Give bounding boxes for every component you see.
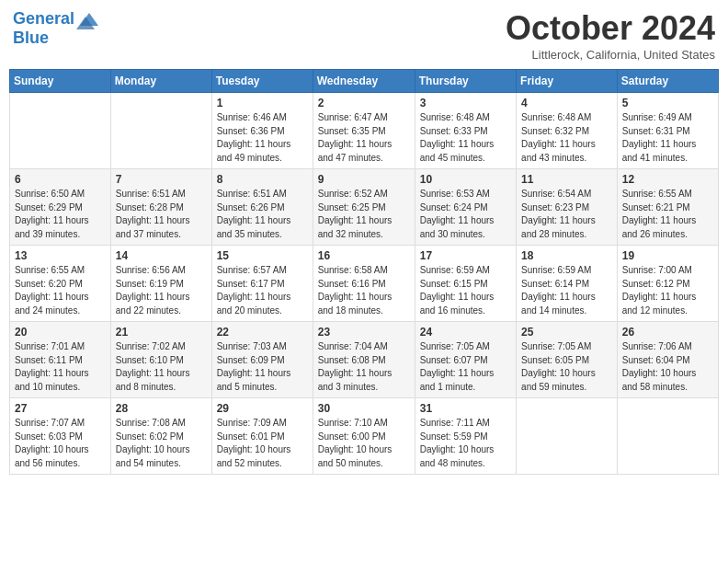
day-info: Sunrise: 6:48 AM Sunset: 6:32 PM Dayligh… [521, 111, 612, 165]
day-info: Sunrise: 6:48 AM Sunset: 6:33 PM Dayligh… [420, 111, 511, 165]
day-number: 13 [15, 249, 106, 262]
day-info: Sunrise: 6:59 AM Sunset: 6:14 PM Dayligh… [521, 264, 612, 317]
day-info: Sunrise: 6:55 AM Sunset: 6:20 PM Dayligh… [15, 264, 106, 317]
day-info: Sunrise: 6:57 AM Sunset: 6:17 PM Dayligh… [217, 264, 308, 317]
calendar-week-row: 1Sunrise: 6:46 AM Sunset: 6:36 PM Daylig… [10, 93, 719, 169]
calendar-cell: 22Sunrise: 7:03 AM Sunset: 6:09 PM Dayli… [211, 322, 313, 398]
day-number: 3 [420, 97, 511, 109]
calendar-cell: 18Sunrise: 6:59 AM Sunset: 6:14 PM Dayli… [517, 246, 618, 322]
day-info: Sunrise: 7:05 AM Sunset: 6:07 PM Dayligh… [420, 340, 511, 394]
day-header-thursday: Thursday [415, 70, 516, 93]
calendar-week-row: 6Sunrise: 6:50 AM Sunset: 6:29 PM Daylig… [10, 169, 719, 246]
calendar-cell: 29Sunrise: 7:09 AM Sunset: 6:01 PM Dayli… [211, 398, 313, 475]
title-block: October 2024 Littlerock, California, Uni… [506, 9, 715, 62]
calendar-cell: 15Sunrise: 6:57 AM Sunset: 6:17 PM Dayli… [211, 246, 313, 322]
day-info: Sunrise: 7:02 AM Sunset: 6:10 PM Dayligh… [116, 340, 207, 394]
day-number: 2 [318, 97, 410, 109]
calendar-cell [110, 93, 211, 169]
calendar-cell: 31Sunrise: 7:11 AM Sunset: 5:59 PM Dayli… [415, 398, 516, 475]
day-number: 25 [521, 326, 612, 339]
day-number: 7 [116, 173, 207, 186]
calendar-cell: 7Sunrise: 6:51 AM Sunset: 6:28 PM Daylig… [110, 169, 211, 246]
day-number: 17 [420, 249, 511, 262]
day-number: 31 [420, 402, 511, 415]
calendar-cell: 14Sunrise: 6:56 AM Sunset: 6:19 PM Dayli… [110, 246, 211, 322]
day-info: Sunrise: 7:05 AM Sunset: 6:05 PM Dayligh… [521, 340, 612, 394]
day-number: 21 [116, 326, 207, 339]
day-number: 29 [217, 402, 308, 415]
day-number: 30 [318, 402, 410, 415]
day-header-wednesday: Wednesday [313, 70, 415, 93]
day-number: 16 [318, 249, 410, 262]
day-info: Sunrise: 6:52 AM Sunset: 6:25 PM Dayligh… [318, 188, 410, 241]
calendar-cell: 21Sunrise: 7:02 AM Sunset: 6:10 PM Dayli… [110, 322, 211, 398]
calendar-cell: 3Sunrise: 6:48 AM Sunset: 6:33 PM Daylig… [415, 93, 516, 169]
calendar-week-row: 20Sunrise: 7:01 AM Sunset: 6:11 PM Dayli… [10, 322, 719, 398]
calendar-cell: 4Sunrise: 6:48 AM Sunset: 6:32 PM Daylig… [517, 93, 618, 169]
day-info: Sunrise: 7:07 AM Sunset: 6:03 PM Dayligh… [15, 417, 106, 470]
day-number: 8 [217, 173, 308, 186]
calendar-cell: 20Sunrise: 7:01 AM Sunset: 6:11 PM Dayli… [10, 322, 111, 398]
calendar-week-row: 13Sunrise: 6:55 AM Sunset: 6:20 PM Dayli… [10, 246, 719, 322]
day-info: Sunrise: 7:09 AM Sunset: 6:01 PM Dayligh… [217, 417, 308, 470]
calendar-cell: 16Sunrise: 6:58 AM Sunset: 6:16 PM Dayli… [313, 246, 415, 322]
day-number: 12 [622, 173, 713, 186]
day-number: 6 [15, 173, 106, 186]
logo-text-blue: Blue [13, 29, 49, 48]
day-header-sunday: Sunday [10, 70, 111, 93]
day-number: 1 [217, 97, 308, 109]
day-info: Sunrise: 6:53 AM Sunset: 6:24 PM Dayligh… [420, 188, 511, 241]
day-info: Sunrise: 7:01 AM Sunset: 6:11 PM Dayligh… [15, 340, 106, 394]
location: Littlerock, California, United States [506, 48, 715, 62]
day-info: Sunrise: 7:08 AM Sunset: 6:02 PM Dayligh… [116, 417, 207, 470]
calendar-cell [10, 93, 111, 169]
calendar-week-row: 27Sunrise: 7:07 AM Sunset: 6:03 PM Dayli… [10, 398, 719, 475]
logo: General Blue [13, 9, 102, 48]
day-info: Sunrise: 6:49 AM Sunset: 6:31 PM Dayligh… [622, 111, 713, 165]
day-number: 4 [521, 97, 612, 109]
day-info: Sunrise: 6:59 AM Sunset: 6:15 PM Dayligh… [420, 264, 511, 317]
calendar-cell: 9Sunrise: 6:52 AM Sunset: 6:25 PM Daylig… [313, 169, 415, 246]
day-header-friday: Friday [517, 70, 618, 93]
day-info: Sunrise: 7:00 AM Sunset: 6:12 PM Dayligh… [622, 264, 713, 317]
calendar-cell: 10Sunrise: 6:53 AM Sunset: 6:24 PM Dayli… [415, 169, 516, 246]
day-header-monday: Monday [110, 70, 211, 93]
calendar-cell: 13Sunrise: 6:55 AM Sunset: 6:20 PM Dayli… [10, 246, 111, 322]
calendar-cell: 11Sunrise: 6:54 AM Sunset: 6:23 PM Dayli… [517, 169, 618, 246]
calendar-cell: 12Sunrise: 6:55 AM Sunset: 6:21 PM Dayli… [617, 169, 718, 246]
day-info: Sunrise: 7:06 AM Sunset: 6:04 PM Dayligh… [622, 340, 713, 394]
calendar-header-row: SundayMondayTuesdayWednesdayThursdayFrid… [10, 70, 719, 93]
calendar-cell: 1Sunrise: 6:46 AM Sunset: 6:36 PM Daylig… [211, 93, 313, 169]
calendar-cell: 26Sunrise: 7:06 AM Sunset: 6:04 PM Dayli… [617, 322, 718, 398]
day-info: Sunrise: 6:55 AM Sunset: 6:21 PM Dayligh… [622, 188, 713, 241]
calendar-cell: 25Sunrise: 7:05 AM Sunset: 6:05 PM Dayli… [517, 322, 618, 398]
day-number: 24 [420, 326, 511, 339]
day-info: Sunrise: 6:50 AM Sunset: 6:29 PM Dayligh… [15, 188, 106, 241]
day-number: 18 [521, 249, 612, 262]
day-header-tuesday: Tuesday [211, 70, 313, 93]
day-number: 9 [318, 173, 410, 186]
calendar-cell: 24Sunrise: 7:05 AM Sunset: 6:07 PM Dayli… [415, 322, 516, 398]
day-info: Sunrise: 7:11 AM Sunset: 5:59 PM Dayligh… [420, 417, 511, 470]
calendar-cell: 6Sunrise: 6:50 AM Sunset: 6:29 PM Daylig… [10, 169, 111, 246]
calendar-cell: 17Sunrise: 6:59 AM Sunset: 6:15 PM Dayli… [415, 246, 516, 322]
day-info: Sunrise: 6:51 AM Sunset: 6:26 PM Dayligh… [217, 188, 308, 241]
day-number: 20 [15, 326, 106, 339]
day-info: Sunrise: 7:10 AM Sunset: 6:00 PM Dayligh… [318, 417, 410, 470]
calendar-cell: 23Sunrise: 7:04 AM Sunset: 6:08 PM Dayli… [313, 322, 415, 398]
calendar-cell: 8Sunrise: 6:51 AM Sunset: 6:26 PM Daylig… [211, 169, 313, 246]
month-title: October 2024 [506, 9, 715, 48]
day-info: Sunrise: 7:03 AM Sunset: 6:09 PM Dayligh… [217, 340, 308, 394]
day-info: Sunrise: 6:56 AM Sunset: 6:19 PM Dayligh… [116, 264, 207, 317]
day-info: Sunrise: 6:54 AM Sunset: 6:23 PM Dayligh… [521, 188, 612, 241]
day-header-saturday: Saturday [617, 70, 718, 93]
logo-icon [76, 9, 102, 29]
day-number: 5 [622, 97, 713, 109]
day-number: 11 [521, 173, 612, 186]
day-number: 23 [318, 326, 410, 339]
day-info: Sunrise: 6:47 AM Sunset: 6:35 PM Dayligh… [318, 111, 410, 165]
day-number: 27 [15, 402, 106, 415]
logo-text: General [13, 10, 74, 29]
page-header: General Blue October 2024 Littlerock, Ca… [9, 9, 719, 62]
day-number: 10 [420, 173, 511, 186]
